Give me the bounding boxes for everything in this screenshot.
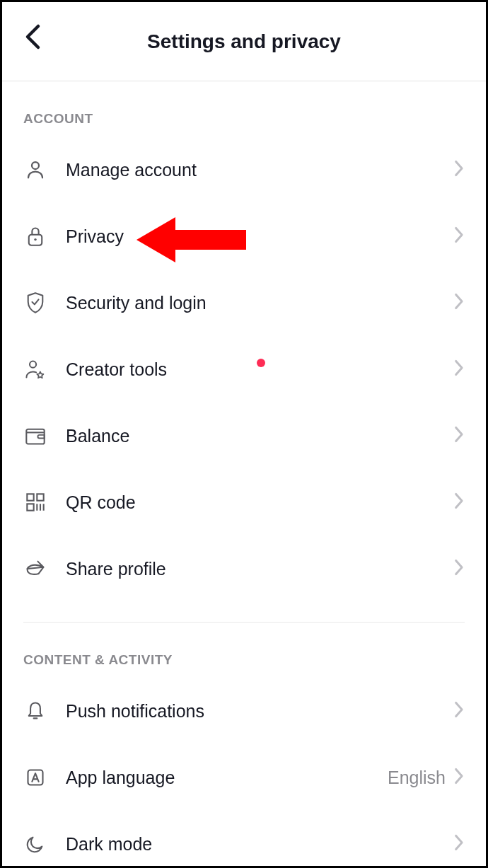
list-item-privacy[interactable]: Privacy — [2, 203, 486, 270]
header: Settings and privacy — [2, 2, 486, 81]
list-label: Dark mode — [66, 834, 454, 855]
notification-dot — [257, 359, 265, 367]
svg-rect-6 — [37, 494, 43, 500]
moon-icon — [23, 832, 47, 856]
svg-rect-4 — [26, 429, 44, 444]
list-item-qr-code[interactable]: QR code — [2, 469, 486, 536]
list-item-manage-account[interactable]: Manage account — [2, 137, 486, 203]
list-label: Security and login — [66, 293, 454, 313]
qr-code-icon — [23, 490, 47, 514]
list-item-security[interactable]: Security and login — [2, 270, 486, 336]
list-label: Share profile — [66, 559, 454, 579]
shield-icon — [23, 291, 47, 315]
chevron-right-icon — [454, 559, 465, 579]
chevron-left-icon — [23, 23, 42, 50]
page-title: Settings and privacy — [147, 30, 341, 53]
bell-icon — [23, 699, 47, 723]
list-label: App language — [66, 768, 388, 788]
lock-icon — [23, 224, 47, 248]
list-label: Manage account — [66, 160, 454, 180]
list-item-balance[interactable]: Balance — [2, 403, 486, 469]
list-item-push-notifications[interactable]: Push notifications — [2, 678, 486, 744]
list-label: QR code — [66, 492, 454, 513]
chevron-right-icon — [454, 160, 465, 180]
content: ACCOUNT Manage account Privacy — [2, 81, 486, 868]
list-label: Push notifications — [66, 701, 454, 722]
list-item-app-language[interactable]: App language English — [2, 744, 486, 811]
share-icon — [23, 557, 47, 581]
chevron-right-icon — [454, 492, 465, 512]
person-icon — [23, 158, 47, 182]
person-star-icon — [23, 357, 47, 381]
list-value: English — [388, 768, 446, 788]
list-item-share-profile[interactable]: Share profile — [2, 536, 486, 602]
chevron-right-icon — [454, 359, 465, 379]
svg-rect-7 — [27, 504, 33, 510]
svg-point-0 — [32, 162, 39, 169]
list-label: Privacy — [66, 226, 454, 247]
list-label: Creator tools — [66, 359, 255, 380]
list-label: Balance — [66, 426, 454, 446]
section-header-account: ACCOUNT — [2, 81, 486, 137]
wallet-icon — [23, 424, 47, 448]
svg-rect-8 — [28, 770, 43, 785]
svg-point-3 — [30, 361, 36, 368]
chevron-right-icon — [454, 834, 465, 854]
language-icon — [23, 765, 47, 789]
chevron-right-icon — [454, 768, 465, 787]
svg-rect-5 — [27, 494, 33, 500]
chevron-right-icon — [454, 426, 465, 446]
list-item-dark-mode[interactable]: Dark mode — [2, 811, 486, 868]
chevron-right-icon — [454, 293, 465, 313]
list-item-creator-tools[interactable]: Creator tools — [2, 336, 486, 403]
chevron-right-icon — [454, 226, 465, 246]
section-header-content-activity: CONTENT & ACTIVITY — [2, 623, 486, 678]
chevron-right-icon — [454, 701, 465, 721]
svg-point-2 — [34, 238, 36, 241]
back-button[interactable] — [23, 23, 42, 53]
